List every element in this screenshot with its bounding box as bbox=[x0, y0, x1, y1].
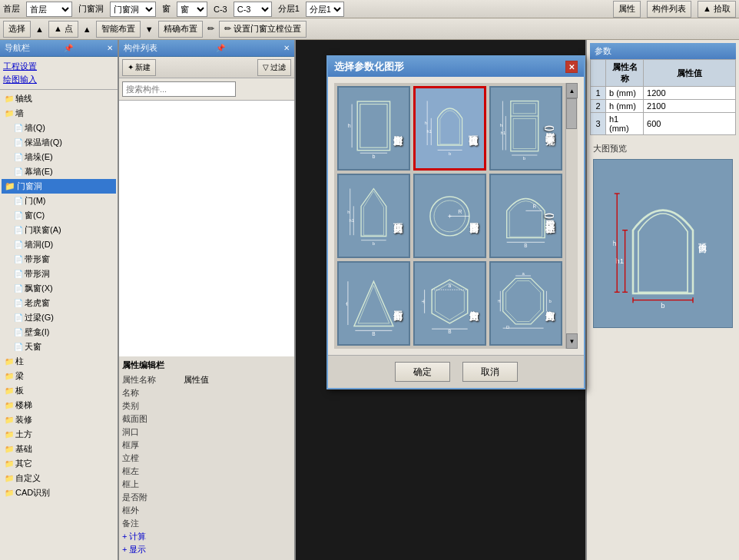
tree-item-dormer[interactable]: 📄 老虎窗 bbox=[11, 296, 116, 310]
param-val-1[interactable] bbox=[644, 87, 736, 100]
props-row-frame-up: 框上 bbox=[122, 479, 291, 490]
svg-text:弧顶门窗: 弧顶门窗 bbox=[699, 243, 708, 253]
shape-cell-hexagon-window[interactable]: a H B 六角门窗 bbox=[413, 261, 486, 346]
props-title: 参数 bbox=[590, 43, 736, 59]
comp-panel-pin[interactable]: 📌 bbox=[216, 44, 225, 52]
tree-item-other[interactable]: 📁 其它 bbox=[2, 456, 116, 471]
param-val-2[interactable] bbox=[644, 100, 736, 113]
svg-text:h: h bbox=[613, 239, 616, 247]
comp-panel-close[interactable]: ✕ bbox=[283, 44, 290, 52]
tree-item-niche[interactable]: 📄 壁龛(I) bbox=[11, 325, 116, 340]
scroll-up[interactable]: ▲ bbox=[566, 83, 578, 98]
param-num-3: 3 bbox=[591, 113, 606, 135]
props-row-display[interactable]: + 显示 bbox=[122, 544, 291, 555]
props-section-title: 属性编辑栏 bbox=[122, 360, 291, 371]
set-window-btn[interactable]: ✏ 设置门窗立樘位置 bbox=[219, 21, 307, 38]
shape-triangle-window-svg: H B bbox=[346, 271, 402, 336]
category-select[interactable]: 门窗洞 bbox=[110, 2, 156, 17]
shape-cell-arc-window[interactable]: h1 h b 弧顶门窗 bbox=[413, 86, 486, 171]
tree-item-lintel[interactable]: 📄 过梁(G) bbox=[11, 310, 116, 325]
floor-select[interactable]: 首层 bbox=[26, 2, 72, 17]
shape-cell-round-window[interactable]: R 圆形门窗 bbox=[413, 174, 486, 258]
svg-marker-45 bbox=[436, 283, 465, 320]
nav-panel-pin[interactable]: 📌 bbox=[64, 44, 73, 52]
tree-item-axis[interactable]: 📁 轴线 bbox=[2, 91, 116, 106]
scrollbar[interactable]: ▲ ▼ bbox=[565, 83, 578, 349]
svg-text:D: D bbox=[506, 325, 509, 330]
dialog-close-btn[interactable]: ✕ bbox=[565, 61, 578, 73]
nav-link-project[interactable]: 工程设置 bbox=[3, 60, 114, 73]
filter-btn[interactable]: ▽ 过滤 bbox=[257, 59, 291, 76]
select-btn[interactable]: 选择 bbox=[3, 21, 31, 38]
precise-btn[interactable]: 精确布置 bbox=[158, 21, 203, 38]
scroll-thumb[interactable] bbox=[566, 98, 577, 129]
ok-btn[interactable]: 确定 bbox=[395, 362, 450, 382]
tree-item-door-window[interactable]: 📄 门联窗(A) bbox=[11, 223, 116, 237]
svg-marker-38 bbox=[354, 281, 393, 326]
shape-grid-scroll[interactable]: h b 矩形门窗 bbox=[334, 83, 565, 349]
dialog-footer: 确定 取消 bbox=[328, 355, 584, 388]
tree-item-wall-hole[interactable]: 📄 墙洞(D) bbox=[11, 237, 116, 252]
search-input[interactable] bbox=[122, 81, 236, 97]
props-table: 属性名称 属性值 1 b (mm) 2 h (mm) bbox=[590, 59, 736, 135]
shape-cell-rect-transom[interactable]: h1 h b 矩形门窗(带亮子) bbox=[489, 86, 562, 171]
props-row-name: 名称 bbox=[122, 387, 291, 399]
props-row-frame-left: 框左 bbox=[122, 466, 291, 477]
tree-item-door[interactable]: 📄 门(M) bbox=[11, 194, 116, 208]
tree-item-stair[interactable]: 📁 楼梯 bbox=[2, 398, 116, 413]
tree-item-bay-window[interactable]: 📄 飘窗(X) bbox=[11, 281, 116, 296]
nav-panel-title: 导航栏 📌 ✕ bbox=[0, 40, 118, 57]
select-shape-dialog: 选择参数化图形 ✕ bbox=[326, 55, 585, 389]
new-comp-btn[interactable]: ✦ 新建 bbox=[122, 59, 156, 76]
nav-link-draw[interactable]: 绘图输入 bbox=[3, 73, 114, 86]
param-val-3[interactable] bbox=[644, 113, 736, 135]
props-row-calc[interactable]: + 计算 bbox=[122, 531, 291, 542]
nav-panel-close[interactable]: ✕ bbox=[107, 44, 113, 52]
tree-item-custom[interactable]: 📁 自定义 bbox=[2, 471, 116, 485]
new-icon: ✦ bbox=[128, 63, 134, 71]
tree-item-curtain-wall[interactable]: 📄 幕墙(E) bbox=[11, 164, 116, 179]
tree-item-strip-window[interactable]: 📄 带形窗 bbox=[11, 252, 116, 267]
rect-transom-label: 矩形门窗(带亮子) bbox=[543, 125, 556, 131]
nav-tree: 📁 轴线 📁 墙 📄 墙(Q) 📄 保温墙(Q) 📄 墙垛(E) 📄 幕 bbox=[0, 90, 118, 560]
props-row-hole: 洞口 bbox=[122, 426, 291, 438]
shape-grid: h b 矩形门窗 bbox=[334, 83, 565, 349]
tree-item-strip-hole[interactable]: 📄 带形洞 bbox=[11, 267, 116, 281]
svg-text:h1: h1 bbox=[501, 131, 506, 135]
cancel-btn[interactable]: 取消 bbox=[462, 362, 518, 382]
shape-cell-pointed-window[interactable]: h1 h b 尖顶门窗 bbox=[337, 174, 410, 258]
tree-item-finish[interactable]: 📁 装修 bbox=[2, 413, 116, 427]
tree-item-column[interactable]: 📁 柱 bbox=[2, 354, 116, 369]
layer-select[interactable]: 分层1 bbox=[306, 2, 344, 17]
svg-text:a: a bbox=[449, 282, 452, 287]
code-select[interactable]: C-3 bbox=[234, 2, 272, 17]
shape-cell-rect-window[interactable]: h b 矩形门窗 bbox=[337, 86, 410, 171]
properties-btn[interactable]: 属性 bbox=[613, 1, 641, 18]
tree-item-cad[interactable]: 📁 CAD识别 bbox=[2, 485, 116, 500]
svg-rect-12 bbox=[511, 101, 539, 151]
shape-cell-bow-window[interactable]: R B 大弓形门窗(半径标注) bbox=[489, 174, 562, 258]
tree-item-wall-pier[interactable]: 📄 墙垛(E) bbox=[11, 150, 116, 164]
tree-item-wall[interactable]: 📁 墙 bbox=[2, 106, 116, 121]
props-row-category: 类别 bbox=[122, 400, 291, 412]
tree-item-earthwork[interactable]: 📁 土方 bbox=[2, 427, 116, 442]
tree-item-insulation-wall[interactable]: 📄 保温墙(Q) bbox=[11, 135, 116, 150]
smart-btn[interactable]: 智能布置 bbox=[96, 21, 141, 38]
pickup-btn[interactable]: ▲ 拾取 bbox=[698, 1, 736, 18]
point-btn[interactable]: ▲ 点 bbox=[48, 21, 78, 38]
scroll-down[interactable]: ▼ bbox=[566, 333, 578, 349]
tree-item-beam[interactable]: 📁 梁 bbox=[2, 369, 116, 383]
tree-item-window-door[interactable]: 📁 门窗洞 bbox=[2, 179, 116, 194]
type-select[interactable]: 窗 bbox=[177, 2, 207, 17]
shape-cell-octagon-window[interactable]: a b H D 八角门窗 bbox=[489, 261, 562, 346]
components-btn[interactable]: 构件列表 bbox=[647, 1, 691, 18]
tree-item-slab[interactable]: 📁 板 bbox=[2, 383, 116, 398]
svg-text:H: H bbox=[346, 300, 348, 306]
tree-item-skylight[interactable]: 📄 天窗 bbox=[11, 340, 116, 354]
top-toolbar: 首层 首层 门窗洞 门窗洞 窗 窗 C-3 C-3 分层1 分层1 属性 构件列… bbox=[0, 0, 739, 18]
tree-item-wall-q[interactable]: 📄 墙(Q) bbox=[11, 121, 116, 135]
tree-item-foundation[interactable]: 📁 基础 bbox=[2, 442, 116, 456]
shape-cell-triangle-window[interactable]: H B 三角门窗 bbox=[337, 261, 410, 346]
shape-grid-container: h b 矩形门窗 bbox=[334, 83, 578, 349]
tree-item-window[interactable]: 📄 窗(C) bbox=[11, 208, 116, 223]
